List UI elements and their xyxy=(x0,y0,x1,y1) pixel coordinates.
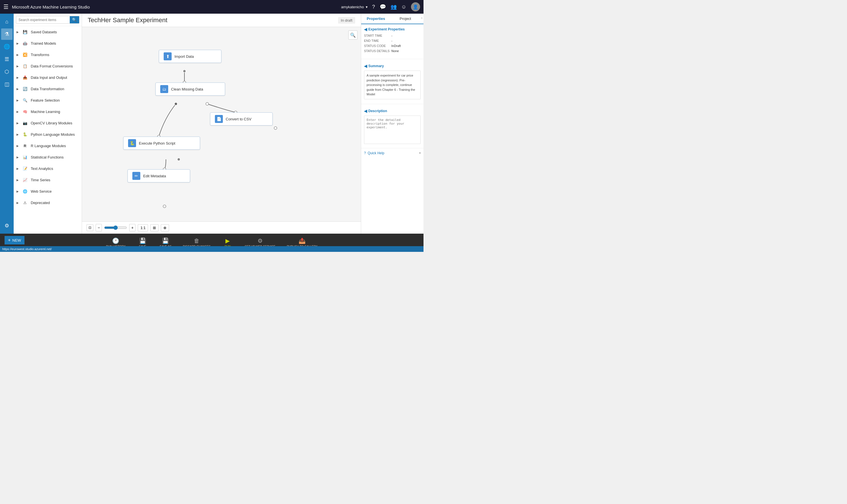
node-convert-csv[interactable]: 📄 Convert to CSV xyxy=(210,112,273,126)
module-panel-header: 🔍 xyxy=(14,14,82,26)
top-nav: ☰ Microsoft Azure Machine Learning Studi… xyxy=(0,0,424,14)
publish-icon: 📤 xyxy=(299,237,306,244)
module-item-transforms[interactable]: ▶ 🔀 Transforms xyxy=(14,49,82,60)
machine-learning-icon: 🧠 xyxy=(22,108,29,115)
svg-point-9 xyxy=(274,127,277,129)
arrow-icon: ▶ xyxy=(17,53,19,56)
status-details-row: STATUS DETAILS None xyxy=(364,49,421,53)
module-item-feature-selection[interactable]: ▶ 🔍 Feature Selection xyxy=(14,94,82,106)
run-history-icon: 🕐 xyxy=(112,237,119,244)
module-item-opencv[interactable]: ▶ 📷 OpenCV Library Modules xyxy=(14,117,82,129)
fit-view-btn[interactable]: ⊡ xyxy=(87,224,93,231)
tab-properties[interactable]: Properties xyxy=(361,14,391,24)
module-label: Text Analytics xyxy=(31,166,53,171)
edit-metadata-label: Edit Metadata xyxy=(143,174,166,178)
deprecated-icon: ⚠ xyxy=(22,199,29,206)
sidebar-icon-cube[interactable]: ⬡ xyxy=(1,66,13,77)
summary-text: A sample experiment for car price predic… xyxy=(364,71,421,99)
module-item-web-service[interactable]: ▶ 🌐 Web Service xyxy=(14,185,82,197)
module-label: Time Series xyxy=(31,178,50,182)
user-info[interactable]: amykatenicho ▾ xyxy=(341,5,367,9)
module-item-statistical[interactable]: ▶ 📊 Statistical Functions xyxy=(14,151,82,163)
data-transform-icon: 🔄 xyxy=(22,85,29,92)
new-btn[interactable]: + NEW xyxy=(4,236,24,245)
quick-help[interactable]: ? Quick Help ▾ xyxy=(361,148,424,158)
canvas-body[interactable]: ⬆ Import Data 🗂 Clean Missing Data 📄 Con… xyxy=(82,27,361,221)
sidebar-icon-layers[interactable]: ◫ xyxy=(1,78,13,90)
canvas-header: TechHer Sample Experiment In draft xyxy=(82,14,361,27)
module-item-saved-datasets[interactable]: ▶ 💾 Saved Datasets xyxy=(14,26,82,38)
module-item-deprecated[interactable]: ▶ ⚠ Deprecated xyxy=(14,197,82,208)
node-execute-python[interactable]: 🐍 Execute Python Script xyxy=(123,137,200,150)
sidebar-icon-flask[interactable]: ⚗ xyxy=(1,29,13,40)
description-input[interactable] xyxy=(364,115,421,144)
search-button[interactable]: 🔍 xyxy=(70,16,79,23)
node-clean-missing[interactable]: 🗂 Clean Missing Data xyxy=(156,83,225,96)
network-icon[interactable]: 👥 xyxy=(391,4,397,10)
panel-collapse-btn[interactable]: › xyxy=(420,14,424,24)
node-import-data[interactable]: ⬆ Import Data xyxy=(159,50,221,63)
run-icon: ▶ xyxy=(226,237,230,244)
arrow-icon: ▶ xyxy=(17,144,19,147)
plus-icon: + xyxy=(8,238,11,243)
avatar[interactable]: 👤 xyxy=(411,2,420,12)
search-input[interactable] xyxy=(16,17,70,23)
module-item-data-input[interactable]: ▶ 📥 Data Input and Output xyxy=(14,72,82,83)
canvas-search-btn[interactable]: 🔍 xyxy=(348,31,358,39)
module-item-text-analytics[interactable]: ▶ 📝 Text Analytics xyxy=(14,163,82,174)
module-item-machine-learning[interactable]: ▶ 🧠 Machine Learning xyxy=(14,106,82,117)
module-label: Trained Models xyxy=(31,41,56,46)
arrow-icon: ▶ xyxy=(17,156,19,159)
search-box: 🔍 xyxy=(16,16,79,24)
module-label: Python Language Modules xyxy=(31,132,75,137)
module-label: Statistical Functions xyxy=(31,155,64,159)
zoom-100-btn[interactable]: 1:1 xyxy=(138,224,148,231)
tab-project[interactable]: Project xyxy=(391,14,420,24)
canvas-area: TechHer Sample Experiment In draft xyxy=(82,14,361,234)
arrow-icon: ▶ xyxy=(17,133,19,136)
feature-selection-icon: 🔍 xyxy=(22,97,29,104)
sidebar-icon-gear[interactable]: ⚙ xyxy=(1,220,13,231)
svg-point-3 xyxy=(175,103,177,105)
module-item-data-transform[interactable]: ▶ 🔄 Data Transformation xyxy=(14,83,82,94)
center-btn[interactable]: ⊕ xyxy=(161,224,169,231)
sidebar-icon-globe[interactable]: 🌐 xyxy=(1,41,13,52)
module-label: Data Input and Output xyxy=(31,75,67,80)
divider-1 xyxy=(361,59,424,59)
status-badge: In draft xyxy=(338,17,355,24)
clean-missing-icon: 🗂 xyxy=(160,85,168,93)
help-icon[interactable]: ? xyxy=(372,4,375,10)
module-item-r-language[interactable]: ▶ R R Language Modules xyxy=(14,140,82,151)
quick-help-arrow: ▾ xyxy=(419,151,421,155)
module-item-data-format[interactable]: ▶ 📋 Data Format Conversions xyxy=(14,60,82,72)
start-time-row: START TIME - xyxy=(364,34,421,37)
arrow-icon: ▶ xyxy=(17,99,19,102)
fit-btn[interactable]: ⊞ xyxy=(150,224,159,231)
module-label: Deprecated xyxy=(31,201,50,205)
zoom-in-btn[interactable]: + xyxy=(129,224,136,231)
execute-python-label: Execute Python Script xyxy=(139,141,175,145)
zoom-slider[interactable] xyxy=(104,226,127,230)
description-title: ◀ Description xyxy=(364,109,421,113)
module-item-time-series[interactable]: ▶ 📈 Time Series xyxy=(14,174,82,185)
arrow-icon: ▶ xyxy=(17,110,19,113)
import-data-label: Import Data xyxy=(175,54,194,59)
hamburger-icon[interactable]: ☰ xyxy=(3,3,8,10)
chat-icon[interactable]: 💬 xyxy=(380,4,386,10)
convert-csv-icon: 📄 xyxy=(215,115,223,123)
module-item-python[interactable]: ▶ 🐍 Python Language Modules xyxy=(14,129,82,140)
sidebar-icon-home[interactable]: ⌂ xyxy=(1,16,13,27)
arrow-icon: ▶ xyxy=(17,76,19,79)
sidebar-icon-list[interactable]: ☰ xyxy=(1,54,13,65)
zoom-out-btn[interactable]: − xyxy=(96,224,102,231)
summary-title: ◀ Summary xyxy=(364,64,421,68)
text-analytics-icon: 📝 xyxy=(22,165,29,172)
smiley-icon[interactable]: ☺ xyxy=(401,4,407,10)
arrow-icon: ▶ xyxy=(17,122,19,125)
status-code-row: STATUS CODE InDraft xyxy=(364,44,421,48)
save-as-icon: 💾 xyxy=(162,237,169,244)
main-layout: ⌂ ⚗ 🌐 ☰ ⬡ ◫ ⚙ 🔍 ▶ 💾 Saved Datasets ▶ 🤖 T… xyxy=(0,14,424,234)
module-item-trained-models[interactable]: ▶ 🤖 Trained Models xyxy=(14,38,82,49)
module-panel: 🔍 ▶ 💾 Saved Datasets ▶ 🤖 Trained Models … xyxy=(14,14,82,234)
node-edit-metadata[interactable]: ✏ Edit Metadata xyxy=(127,169,190,182)
